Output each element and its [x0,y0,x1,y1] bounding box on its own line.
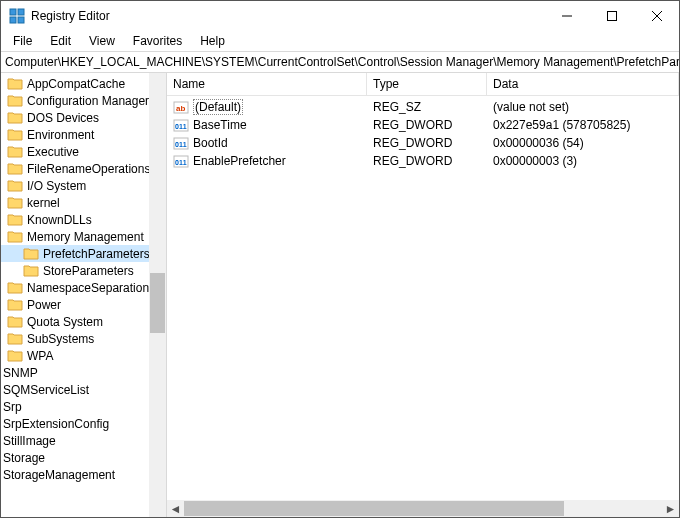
value-name: EnablePrefetcher [193,154,286,168]
tree-item[interactable]: Configuration Manager [1,92,166,109]
scroll-right-icon[interactable]: ► [662,500,679,517]
titlebar: Registry Editor [1,1,679,31]
tree-item[interactable]: DOS Devices [1,109,166,126]
column-name[interactable]: Name [167,73,367,95]
tree-item[interactable]: I/O System [1,177,166,194]
folder-icon [7,349,23,362]
value-row[interactable]: 011EnablePrefetcherREG_DWORD0x00000003 (… [167,152,679,170]
tree-item-label: Power [27,298,61,312]
tree-item[interactable]: NamespaceSeparation [1,279,166,296]
folder-icon [7,162,23,175]
tree-item-label: StorageManagement [3,468,115,482]
tree-item-label: SubSystems [27,332,94,346]
scroll-left-icon[interactable]: ◄ [167,500,184,517]
value-row[interactable]: 011BootIdREG_DWORD0x00000036 (54) [167,134,679,152]
tree-item-label: FileRenameOperations [27,162,150,176]
value-name: (Default) [193,99,243,115]
tree-item-label: Memory Management [27,230,144,244]
tree-item-label: KnownDLLs [27,213,92,227]
tree-item[interactable]: StoreParameters [1,262,166,279]
tree-item[interactable]: StillImage [1,432,166,449]
folder-icon [7,281,23,294]
value-type: REG_SZ [367,100,487,114]
svg-rect-1 [18,9,24,15]
svg-rect-3 [18,17,24,23]
maximize-button[interactable] [589,1,634,31]
tree-item[interactable]: SQMServiceList [1,381,166,398]
value-name: BaseTime [193,118,247,132]
details-pane: Name Type Data ab(Default)REG_SZ(value n… [167,73,679,517]
tree-item[interactable]: Quota System [1,313,166,330]
tree-item-label: SQMServiceList [3,383,89,397]
tree-item-label: Quota System [27,315,103,329]
close-button[interactable] [634,1,679,31]
menu-file[interactable]: File [5,32,40,50]
value-data: 0x00000036 (54) [487,136,679,150]
scrollbar-thumb[interactable] [150,273,165,333]
svg-text:011: 011 [175,123,187,130]
minimize-button[interactable] [544,1,589,31]
menu-edit[interactable]: Edit [42,32,79,50]
tree-item[interactable]: Executive [1,143,166,160]
folder-icon [7,213,23,226]
tree-item[interactable]: SrpExtensionConfig [1,415,166,432]
tree-item[interactable]: Power [1,296,166,313]
value-row[interactable]: ab(Default)REG_SZ(value not set) [167,98,679,116]
menu-favorites[interactable]: Favorites [125,32,190,50]
folder-icon [7,94,23,107]
tree-item[interactable]: FileRenameOperations [1,160,166,177]
tree-item[interactable]: PrefetchParameters [1,245,166,262]
svg-rect-5 [607,12,616,21]
tree-item[interactable]: Environment [1,126,166,143]
tree-item[interactable]: Memory Management [1,228,166,245]
tree-item-label: Executive [27,145,79,159]
tree-scrollbar[interactable] [149,73,166,517]
svg-rect-2 [10,17,16,23]
value-row[interactable]: 011BaseTimeREG_DWORD0x227e59a1 (57870582… [167,116,679,134]
menu-help[interactable]: Help [192,32,233,50]
folder-icon [7,111,23,124]
value-name: BootId [193,136,228,150]
tree-item[interactable]: AppCompatCache [1,75,166,92]
tree-item[interactable]: StorageManagement [1,466,166,483]
hscroll-thumb[interactable] [184,501,564,516]
svg-rect-0 [10,9,16,15]
tree-item[interactable]: SubSystems [1,330,166,347]
address-bar[interactable]: Computer\HKEY_LOCAL_MACHINE\SYSTEM\Curre… [1,51,679,73]
menubar: File Edit View Favorites Help [1,31,679,51]
folder-icon [7,145,23,158]
tree-item[interactable]: kernel [1,194,166,211]
values-list[interactable]: ab(Default)REG_SZ(value not set)011BaseT… [167,96,679,500]
tree-item[interactable]: Srp [1,398,166,415]
folder-icon [7,332,23,345]
column-type[interactable]: Type [367,73,487,95]
folder-icon [7,128,23,141]
folder-icon [7,196,23,209]
value-type: REG_DWORD [367,154,487,168]
tree-item-label: AppCompatCache [27,77,125,91]
address-text: Computer\HKEY_LOCAL_MACHINE\SYSTEM\Curre… [5,55,679,69]
folder-icon [7,230,23,243]
tree-item[interactable]: WPA [1,347,166,364]
tree-item[interactable]: KnownDLLs [1,211,166,228]
folder-icon [7,298,23,311]
menu-view[interactable]: View [81,32,123,50]
tree-item-label: SrpExtensionConfig [3,417,109,431]
dword-value-icon: 011 [173,135,189,151]
tree-view[interactable]: AppCompatCacheConfiguration ManagerDOS D… [1,73,167,517]
tree-item[interactable]: Storage [1,449,166,466]
dword-value-icon: 011 [173,117,189,133]
tree-item[interactable]: SNMP [1,364,166,381]
column-data[interactable]: Data [487,73,679,95]
horizontal-scrollbar[interactable]: ◄ ► [167,500,679,517]
tree-item-label: PrefetchParameters [43,247,150,261]
value-type: REG_DWORD [367,136,487,150]
tree-item-label: DOS Devices [27,111,99,125]
tree-item-label: Srp [3,400,22,414]
value-type: REG_DWORD [367,118,487,132]
tree-item-label: I/O System [27,179,86,193]
folder-icon [7,77,23,90]
svg-text:011: 011 [175,141,187,148]
folder-icon [23,264,39,277]
tree-item-label: NamespaceSeparation [27,281,149,295]
